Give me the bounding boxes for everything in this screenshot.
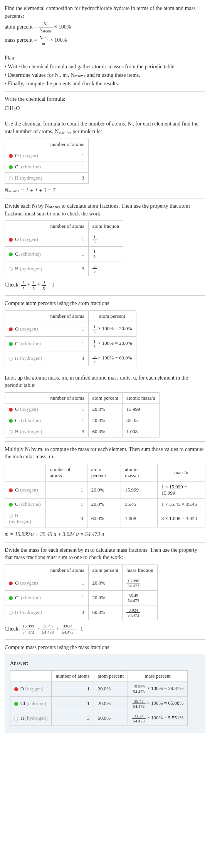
element-symbol: Cl [15,501,20,507]
element-name: (oxygen) [18,326,38,332]
element-name: (chlorine) [20,164,41,170]
fraction: 35.4554.473 [41,623,55,636]
table-header [5,392,46,403]
hydrogen-dot-icon [9,430,13,434]
check-result: = 1 [76,626,83,632]
atom-count: 1 [46,590,88,605]
table-row: O (oxygen) 1 20.0% 15.999 1 × 15.999 = 1… [5,481,205,499]
table-header: atom percent [88,392,123,403]
count-atoms-text: Use the chemical formula to count the nu… [5,120,205,135]
table-header [5,565,46,576]
chlorine-dot-icon [9,253,13,256]
table-row: O (oxygen) 1 15 [5,232,123,247]
percent-result: × 100% = 20.0% [97,326,132,331]
table-row: H (hydrogen) 3 35 × 100% = 60.0% [5,351,136,366]
element-symbol: H [20,715,24,721]
table-row: O (oxygen) 1 20.0% 15.999 [5,403,160,415]
plan-item: • Finally, compute the percents and chec… [5,80,205,88]
atom-percent: 20.0% [88,403,123,415]
element-name: (oxygen) [18,153,38,158]
count-atoms-section: Use the chemical formula to count the nu… [5,120,205,194]
write-formula-section: Write the chemical formula: ClH₃O [5,95,205,112]
mass-calc: 1 × 15.999 = 15.999 [157,481,205,499]
table-header: mass/u [157,464,205,481]
molecular-mass-sum: m = 15.999 u + 35.45 u + 3.024 u = 54.47… [5,531,205,538]
element-name: (chlorine) [25,700,46,706]
mass-fractions-text: Divide the mass for each element by m to… [5,546,205,561]
atom-count: 1 [46,336,88,351]
mass-each-section: Multiply Nᵢ by mᵢ to compute the mass fo… [5,446,205,538]
element-symbol: O [15,487,18,493]
element-symbol: H [15,266,18,271]
element-symbol: O [15,326,18,332]
atom-count: 1 [46,481,87,499]
oxygen-dot-icon [14,687,18,691]
table-row: H (hydrogen) 3 [5,172,89,183]
table-header: number of atoms [46,221,88,232]
frac-nimi-m: Nimi m [39,35,49,46]
table-header-row: number of atoms atom fraction [5,221,123,232]
atom-count: 3 [52,711,94,726]
fraction: 15.99954.473 [132,684,146,694]
percent-result: × 100% = 60.0% [97,355,132,361]
table-header: atom percent [87,464,121,481]
table-header-row: number of atoms atom percent [5,310,136,322]
atom-percents-text: Compute atom percents using the atom fra… [5,300,205,307]
atomic-mass-table: number of atoms atom percent atomic mass… [5,392,160,437]
atom-percent: 60.0% [94,711,128,726]
oxygen-dot-icon [9,581,13,585]
write-formula-text: Write the chemical formula: [5,95,205,103]
atom-count: 1 [52,682,94,696]
element-name: (chlorine) [20,251,41,257]
mass-percent-rhs: × 100% [50,37,67,43]
check-label: Check: [5,626,21,632]
element-symbol: H [15,512,18,518]
atomic-mass: 1.008 [123,426,160,437]
atom-percent: 20.0% [94,696,128,711]
element-symbol: Cl [20,700,25,706]
frac-ni-natoms: Ni Natoms [39,21,53,33]
intro: Find the elemental composition for hydro… [5,5,205,46]
fraction: 15 [92,324,97,334]
element-symbol: O [15,153,18,158]
element-name: (oxygen) [24,686,43,692]
divider [5,295,205,296]
element-name: (hydrogen) [18,175,42,181]
element-name: (hydrogen) [18,429,42,434]
chemical-formula: ClH₃O [5,105,205,112]
atom-fractions-section: Divide each Nᵢ by Nₐₜₒₘₛ to calculate at… [5,202,205,292]
plan-label: Plan: [5,54,205,62]
atom-percents-table: number of atoms atom percent O (oxygen) … [5,310,136,366]
mass-each-table: number of atoms atom percent atomic mass… [5,464,205,527]
table-row: Cl (chlorine) 1 [5,161,89,172]
chlorine-dot-icon [9,165,13,169]
oxygen-dot-icon [9,408,13,412]
mass-percent-result: × 100% = 5.551% [146,715,183,721]
fraction: 15 [92,249,97,259]
table-row: H (hydrogen) 3 35 [5,261,123,276]
element-symbol: H [15,355,18,361]
table-header: atom percent [88,310,136,322]
atom-fractions-check: Check: 15 + 15 + 35 = 1 [5,279,205,292]
hydrogen-dot-icon [14,717,18,721]
table-header [5,139,46,150]
atomic-mass: 1.008 [121,510,157,527]
table-row: H (hydrogen) 3 60.0% 3.02454.473 [5,605,158,620]
atom-count: 1 [46,247,88,261]
element-symbol: H [15,609,18,615]
fraction: 3.02454.473 [132,714,146,723]
oxygen-dot-icon [9,154,13,158]
oxygen-dot-icon [9,488,13,492]
element-symbol: H [15,175,18,181]
atom-percents-section: Compute atom percents using the atom fra… [5,300,205,366]
atom-percent: 20.0% [94,682,128,696]
atom-percent-rhs: × 100% [54,24,71,30]
mass-fractions-check: Check: 15.99954.473 + 35.4554.473 + 3.02… [5,623,205,636]
check-result: = 1 [47,282,54,288]
atom-count: 1 [46,403,88,415]
divider [5,116,205,116]
mass-percent-result: × 100% = 29.37% [146,685,183,691]
atom-fractions-text: Divide each Nᵢ by Nₐₜₒₘₛ to calculate at… [5,202,205,217]
table-row: Cl (chlorine) 1 20.0% 35.4554.473 × 100%… [10,696,188,711]
element-name: (hydrogen) [18,355,42,361]
